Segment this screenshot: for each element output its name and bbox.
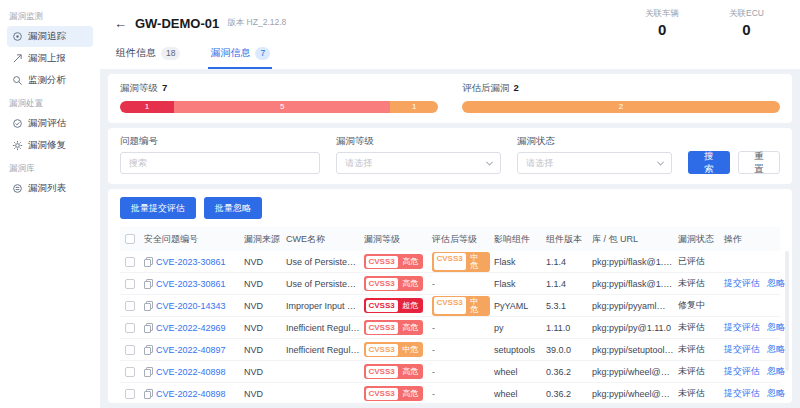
sidebar-section-label: 漏洞处置 [9,98,91,110]
cve-link[interactable]: CVE-2022-40898 [156,367,226,377]
stat-related-vehicles: 关联车辆 0 [645,8,679,38]
page-header: ← GW-DEMO-01 版本 HZ_2.12.8 关联车辆 0 关联ECU 0… [100,0,800,69]
main-content: ← GW-DEMO-01 版本 HZ_2.12.8 关联车辆 0 关联ECU 0… [100,0,800,408]
summary-title: 漏洞等级7 [120,82,438,95]
severity-cell: CVSS3高危 [364,386,432,401]
stat-label: 关联车辆 [645,8,679,20]
version-cell: 5.3.1 [546,301,592,311]
issue-id-cell: CVE-2020-14343 [144,301,244,311]
cve-link[interactable]: CVE-2020-14343 [156,301,226,311]
sidebar-item-vuln-repair[interactable]: 漏洞修复 [7,135,93,156]
select-placeholder: 请选择 [526,157,553,170]
select-all-checkbox[interactable] [125,234,135,244]
purl-cell: pkg:pypi/pyyaml@5.3.1 [592,301,678,311]
version-cell: 1.1.4 [546,257,592,267]
row-checkbox[interactable] [125,301,135,311]
purl-cell: pkg:pypi/wheel@0.36.2 [592,389,678,399]
row-checkbox-cell [120,323,144,333]
col-cwe-name: CWE名称 [286,233,364,246]
action-link[interactable]: 忽略 [767,343,785,356]
actions-cell: 提交评估忽略 [724,321,780,334]
action-link[interactable]: 忽略 [767,387,785,400]
content-area: 漏洞等级7 151 评估后漏洞2 2 问题编号 漏洞等级 请选择 [100,69,800,408]
tab-vuln-info[interactable]: 漏洞信息 7 [208,40,272,69]
copy-icon[interactable] [144,257,152,266]
action-link[interactable]: 忽略 [767,365,785,378]
action-link[interactable]: 提交评估 [724,321,760,334]
field-label: 漏洞等级 [336,135,501,148]
copy-icon[interactable] [144,301,152,310]
row-checkbox-cell [120,345,144,355]
tab-count-badge: 18 [161,47,180,60]
assessed-severity-cell: - [432,389,494,399]
action-link[interactable]: 忽略 [767,277,785,290]
row-checkbox[interactable] [125,389,135,399]
sidebar-item-vuln-report[interactable]: 漏洞上报 [7,48,93,69]
status-select[interactable]: 请选择 [517,152,672,174]
row-checkbox[interactable] [125,345,135,355]
row-checkbox[interactable] [125,257,135,267]
reset-button[interactable]: 重置 [738,151,780,174]
summary-title: 评估后漏洞2 [462,82,780,95]
cve-link[interactable]: CVE-2022-40898 [156,389,226,399]
table-row: CVE-2022-42969NVDInefficient Regular Ex.… [120,317,780,339]
col-issue-id: 安全问题编号 [144,233,244,246]
status-cell: 未评估 [678,387,724,400]
purl-cell: pkg:pypi/setuptools@3... [592,345,678,355]
sidebar-item-vuln-list[interactable]: 漏洞列表 [7,178,93,199]
cvss-version-label: CVSS3 [366,388,398,400]
bar-segment: 1 [390,101,438,113]
cvss-version-label: CVSS3 [366,278,398,290]
issue-id-cell: CVE-2023-30861 [144,257,244,267]
cvss-version-label: CVSS3 [434,297,466,314]
issue-id-field: 问题编号 [120,135,320,174]
assess-icon [12,118,23,129]
copy-icon[interactable] [144,323,152,332]
status-cell: 已评估 [678,255,724,268]
cwe-name-cell: Inefficient Regular Ex... [286,323,364,333]
tab-component-info[interactable]: 组件信息 18 [114,40,182,69]
cve-link[interactable]: CVE-2022-42969 [156,323,226,333]
cve-link[interactable]: CVE-2022-40897 [156,345,226,355]
bar-segment: 1 [120,101,174,113]
sidebar-item-label: 漏洞列表 [28,182,66,195]
copy-icon[interactable] [144,389,152,398]
row-checkbox[interactable] [125,323,135,333]
action-link[interactable]: 提交评估 [724,343,760,356]
copy-icon[interactable] [144,345,152,354]
row-checkbox[interactable] [125,367,135,377]
table-row: CVE-2022-40898NVDCVSS3高危-wheel0.36.2pkg:… [120,383,780,405]
cwe-name-cell: Inefficient Regular Ex... [286,345,364,355]
copy-icon[interactable] [144,279,152,288]
sidebar-item-vuln-assess[interactable]: 漏洞评估 [7,113,93,134]
severity-select[interactable]: 请选择 [336,152,501,174]
cve-link[interactable]: CVE-2023-30861 [156,279,226,289]
copy-icon[interactable] [144,367,152,376]
table-header: 安全问题编号 漏洞来源 CWE名称 漏洞等级 评估后等级 影响组件 组件版本 库… [120,227,780,251]
sidebar-item-label: 漏洞上报 [28,52,66,65]
bar-segment: 5 [174,101,390,113]
table-scrollbar[interactable] [785,251,789,371]
sidebar-item-monitor-analysis[interactable]: 监测分析 [7,70,93,91]
target-icon [12,31,23,42]
severity-level-label: 超危 [399,298,423,313]
cvss-version-label: CVSS3 [366,366,398,378]
action-link[interactable]: 忽略 [767,321,785,334]
issue-id-input[interactable] [120,152,320,174]
cve-link[interactable]: CVE-2023-30861 [156,257,226,267]
stat-value: 0 [729,21,764,38]
cvss-version-label: CVSS3 [366,322,398,334]
batch-ignore-button[interactable]: 批量忽略 [204,197,262,219]
table-row: CVE-2022-40897NVDInefficient Regular Ex.… [120,339,780,361]
action-link[interactable]: 提交评估 [724,277,760,290]
cwe-name-cell: Improper Input Valid... [286,301,364,311]
row-checkbox[interactable] [125,279,135,289]
back-arrow-icon[interactable]: ← [114,17,127,30]
vuln-source-cell: NVD [244,323,286,333]
search-button[interactable]: 搜索 [688,151,730,174]
action-link[interactable]: 提交评估 [724,387,760,400]
sidebar-item-vuln-track[interactable]: 漏洞追踪 [7,26,93,47]
action-link[interactable]: 提交评估 [724,365,760,378]
tab-bar: 组件信息 18 漏洞信息 7 [114,40,786,69]
batch-submit-assess-button[interactable]: 批量提交评估 [120,197,196,219]
